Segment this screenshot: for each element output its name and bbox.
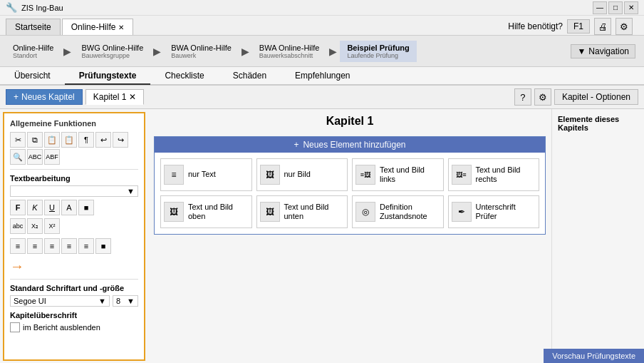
chapter-tab-close-icon[interactable]: ✕ xyxy=(129,92,136,102)
navigation-filter-button[interactable]: ▼ Navigation xyxy=(571,44,635,58)
align-right-icon[interactable]: ≡ xyxy=(44,238,60,254)
nav-label-3: BWA Online-Hilfe xyxy=(259,44,320,52)
nav-arrow-1: ▶ xyxy=(61,46,74,57)
option-text-bild-rechts[interactable]: 🖼≡ Text und Bild rechts xyxy=(448,158,540,191)
align-justify-icon[interactable]: ≡ xyxy=(61,238,77,254)
font-toolbar: F K U A ■ xyxy=(10,200,138,215)
superscript-icon[interactable]: X² xyxy=(44,218,60,234)
help-icon-button[interactable]: ? xyxy=(514,88,531,106)
tab-online-hilfe[interactable]: Online-Hilfe ✕ xyxy=(62,19,134,35)
option-definition[interactable]: ◎ Definition Zustandsnote xyxy=(352,195,444,228)
hide-checkbox[interactable] xyxy=(10,322,20,332)
tab-empfehlungen[interactable]: Empfehlungen xyxy=(281,68,364,85)
elements-container: + Neues Element hinzufügen ≡ nur Text 🖼 … xyxy=(154,136,546,235)
cut-icon[interactable]: ✂ xyxy=(10,132,26,148)
orange-arrow-icon: → xyxy=(10,258,138,275)
subscript-icon[interactable]: X₂ xyxy=(27,218,43,234)
align-left-icon[interactable]: ≡ xyxy=(10,238,26,254)
new-chapter-button[interactable]: + Neues Kapitel xyxy=(6,89,83,105)
settings-icon-button[interactable]: ⚙ xyxy=(534,88,551,106)
settings-button[interactable]: ⚙ xyxy=(616,18,633,35)
kapitel-optionen-button[interactable]: Kapitel - Optionen xyxy=(554,89,638,105)
paste2-icon[interactable]: 📋 xyxy=(61,132,77,148)
tab-schaden[interactable]: Schäden xyxy=(219,68,281,85)
plus-icon: + xyxy=(14,92,19,102)
nav-sub-2: Bauwerk xyxy=(171,52,232,59)
nav-item-bwa2[interactable]: BWA Online-Hilfe Bauwerksabschnitt xyxy=(252,41,327,62)
list-icon[interactable]: ■ xyxy=(95,238,111,254)
nav-item-beispiel[interactable]: Beispiel Prüfung Laufende Prüfung xyxy=(340,41,416,62)
nav-right: ▼ Navigation xyxy=(571,44,638,58)
option-unterschrift[interactable]: ✒ Unterschrift Prüfer xyxy=(448,195,540,228)
option-nur-bild[interactable]: 🖼 nur Bild xyxy=(256,158,348,191)
minimize-button[interactable]: — xyxy=(593,1,607,14)
highlight-icon[interactable]: ■ xyxy=(78,200,94,215)
help-label: Hilfe benötigt? xyxy=(508,21,563,31)
add-element-bar[interactable]: + Neues Element hinzufügen xyxy=(155,137,545,153)
left-panel: Allgemeine Funktionen ✂ ⧉ 📋 📋 ¶ ↩ ↪ 🔍 AB… xyxy=(3,112,145,361)
chapter-tab-1[interactable]: Kapitel 1 ✕ xyxy=(85,89,145,105)
text-bild-unten-icon: 🖼 xyxy=(260,202,280,222)
copy-icon[interactable]: ⧉ xyxy=(27,132,43,148)
f1-button[interactable]: F1 xyxy=(567,19,590,34)
normal-text-icon[interactable]: abc xyxy=(10,218,26,234)
tab-close-icon[interactable]: ✕ xyxy=(118,24,124,31)
definition-icon: ◎ xyxy=(355,202,375,222)
abc-icon[interactable]: ABC xyxy=(27,149,43,165)
tab-prufungstexte[interactable]: Prüfungstexte xyxy=(65,68,151,85)
nav-sub-0: Standort xyxy=(13,52,53,59)
tab-startseite[interactable]: Startseite xyxy=(6,19,61,35)
align-center-icon[interactable]: ≡ xyxy=(27,238,43,254)
font-dropdown-arrow: ▼ xyxy=(98,297,106,305)
vorschau-button[interactable]: Vorschau Prüfungstexte xyxy=(544,349,644,363)
add-element-label: Neues Element hinzufügen xyxy=(303,140,405,150)
print-button[interactable]: 🖨 xyxy=(594,18,611,35)
tab-ubersicht[interactable]: Übersicht xyxy=(0,68,65,85)
style-dropdown[interactable]: ▼ xyxy=(10,185,138,197)
maximize-button[interactable]: □ xyxy=(608,1,623,14)
indent-icon[interactable]: ≡ xyxy=(78,238,94,254)
nav-item-online-hilfe[interactable]: Online-Hilfe Standort xyxy=(6,41,61,62)
abf-icon[interactable]: ABF xyxy=(44,149,60,165)
nav-label-4: Beispiel Prüfung xyxy=(347,44,409,52)
navbar: Online-Hilfe Standort ▶ BWG Online-Hilfe… xyxy=(0,36,644,67)
chapter-title: Kapitel 1 xyxy=(154,115,546,128)
tab-checkliste[interactable]: Checkliste xyxy=(150,68,218,85)
nav-sub-4: Laufende Prüfung xyxy=(347,52,409,59)
nur-bild-label: nur Bild xyxy=(284,170,311,179)
bold-icon[interactable]: F xyxy=(10,200,26,215)
nav-item-bwa[interactable]: BWA Online-Hilfe Bauwerk xyxy=(164,41,239,62)
secondary-tabs: Übersicht Prüfungstexte Checkliste Schäd… xyxy=(0,67,644,86)
redo-icon[interactable]: ↪ xyxy=(113,132,128,148)
paste-icon[interactable]: 📋 xyxy=(44,132,60,148)
definition-label: Definition Zustandsnote xyxy=(380,203,440,221)
allgemeine-toolbar: ✂ ⧉ 📋 📋 ¶ ↩ ↪ 🔍 ABC ABF xyxy=(10,132,138,165)
align-toolbar: ≡ ≡ ≡ ≡ ≡ ■ xyxy=(10,238,138,254)
underline-icon[interactable]: U xyxy=(44,200,60,215)
allgemeine-title: Allgemeine Funktionen xyxy=(10,119,138,128)
tab-startseite-label: Startseite xyxy=(15,22,51,32)
unterschrift-label: Unterschrift Prüfer xyxy=(476,203,536,221)
chaptabs-right: ? ⚙ Kapitel - Optionen xyxy=(514,88,638,106)
italic-icon[interactable]: K xyxy=(27,200,43,215)
option-text-bild-oben[interactable]: 🖼 Text und Bild oben xyxy=(160,195,252,228)
text-bild-unten-label: Text und Bild unten xyxy=(284,203,345,221)
option-nur-text[interactable]: ≡ nur Text xyxy=(160,158,252,191)
navigation-label: Navigation xyxy=(588,46,629,56)
option-text-bild-links[interactable]: ≡🖼 Text und Bild links xyxy=(352,158,444,191)
option-text-bild-unten[interactable]: 🖼 Text und Bild unten xyxy=(256,195,348,228)
text-bild-rechts-label: Text und Bild rechts xyxy=(476,165,536,184)
undo-icon[interactable]: ↩ xyxy=(95,132,111,148)
nur-bild-icon: 🖼 xyxy=(260,165,280,185)
paragraph-icon[interactable]: ¶ xyxy=(78,132,94,148)
nav-item-bwg[interactable]: BWG Online-Hilfe Bauwerksgruppe xyxy=(74,41,150,62)
main-area: Allgemeine Funktionen ✂ ⧉ 📋 📋 ¶ ↩ ↪ 🔍 AB… xyxy=(0,109,644,363)
nav-label-0: Online-Hilfe xyxy=(13,44,53,52)
color-icon[interactable]: A xyxy=(61,200,77,215)
right-panel: Elemente dieses Kapitels xyxy=(551,109,644,363)
search-icon[interactable]: 🔍 xyxy=(10,149,26,165)
close-button[interactable]: ✕ xyxy=(624,1,638,14)
font-size-dropdown[interactable]: 8 ▼ xyxy=(113,295,138,307)
font-name-value: Segoe UI xyxy=(14,297,46,305)
font-name-dropdown[interactable]: Segoe UI ▼ xyxy=(10,295,110,307)
